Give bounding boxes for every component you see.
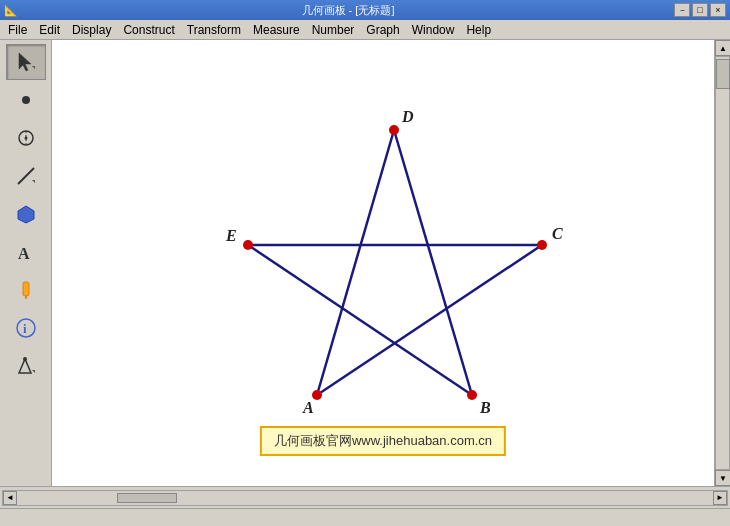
geometry-svg: ABCDE: [52, 40, 714, 486]
menu-item-construct[interactable]: Construct: [117, 21, 180, 39]
star-line-AC: [317, 245, 542, 395]
scroll-right-button[interactable]: ►: [713, 491, 727, 505]
text-tool[interactable]: A: [6, 234, 46, 270]
toolbar: A i: [0, 40, 52, 486]
menu-item-graph[interactable]: Graph: [360, 21, 405, 39]
menu-item-help[interactable]: Help: [460, 21, 497, 39]
svg-text:i: i: [23, 321, 27, 336]
watermark: 几何画板官网www.jihehuaban.com.cn: [260, 426, 506, 456]
polygon-icon: [15, 203, 37, 225]
right-scrollbar: ▲ ▼: [714, 40, 730, 486]
menu-item-number[interactable]: Number: [306, 21, 361, 39]
point-label-D: D: [401, 108, 414, 125]
line-tool[interactable]: [6, 158, 46, 194]
point-D[interactable]: [389, 125, 399, 135]
select-icon: [15, 51, 37, 73]
scroll-up-button[interactable]: ▲: [715, 40, 730, 56]
menu-item-display[interactable]: Display: [66, 21, 117, 39]
status-bar: [0, 508, 730, 526]
menu-item-edit[interactable]: Edit: [33, 21, 66, 39]
point-tool[interactable]: [6, 82, 46, 118]
point-label-A: A: [302, 399, 314, 416]
svg-marker-8: [32, 180, 35, 183]
menu-item-window[interactable]: Window: [406, 21, 461, 39]
menu-item-measure[interactable]: Measure: [247, 21, 306, 39]
scroll-down-button[interactable]: ▼: [715, 470, 730, 486]
main-layout: A i ABCDE 几何画板官网www.j: [0, 40, 730, 486]
h-scrollbar[interactable]: ◄ ►: [2, 490, 728, 506]
line-icon: [15, 165, 37, 187]
scroll-thumb[interactable]: [716, 59, 730, 89]
custom-icon: [15, 355, 37, 377]
point-B[interactable]: [467, 390, 477, 400]
point-C[interactable]: [537, 240, 547, 250]
title-bar-title: 几何画板 - [无标题]: [22, 3, 674, 18]
star-line-BD: [394, 130, 472, 395]
close-button[interactable]: ×: [710, 3, 726, 17]
point-E[interactable]: [243, 240, 253, 250]
svg-rect-11: [23, 282, 29, 296]
scroll-track[interactable]: [715, 56, 730, 470]
title-bar: 📐 几何画板 - [无标题] － □ ×: [0, 0, 730, 20]
svg-marker-2: [32, 66, 35, 69]
title-bar-controls: － □ ×: [674, 3, 726, 17]
minimize-button[interactable]: －: [674, 3, 690, 17]
polygon-tool[interactable]: [6, 196, 46, 232]
star-line-EB: [248, 245, 472, 395]
menu-bar: FileEditDisplayConstructTransformMeasure…: [0, 20, 730, 40]
canvas-area[interactable]: ABCDE 几何画板官网www.jihehuaban.com.cn: [52, 40, 714, 486]
svg-marker-15: [19, 359, 31, 373]
info-icon: i: [15, 317, 37, 339]
marker-icon: [15, 279, 37, 301]
compass-icon: [15, 127, 37, 149]
menu-item-transform[interactable]: Transform: [181, 21, 247, 39]
svg-point-3: [22, 96, 30, 104]
custom-tool[interactable]: [6, 348, 46, 384]
star-line-DA: [317, 130, 394, 395]
h-scroll-track[interactable]: [17, 492, 713, 504]
svg-marker-17: [32, 370, 35, 373]
select-tool[interactable]: [6, 44, 46, 80]
svg-marker-0: [19, 53, 31, 71]
scroll-left-button[interactable]: ◄: [3, 491, 17, 505]
text-icon: A: [15, 241, 37, 263]
info-tool[interactable]: i: [6, 310, 46, 346]
svg-point-16: [23, 357, 27, 361]
point-icon: [15, 89, 37, 111]
svg-marker-9: [18, 206, 34, 223]
svg-line-7: [18, 168, 34, 184]
h-scroll-thumb[interactable]: [117, 493, 177, 503]
bottom-bar: ◄ ►: [0, 486, 730, 508]
point-label-E: E: [225, 227, 237, 244]
marker-tool[interactable]: [6, 272, 46, 308]
point-label-C: C: [552, 225, 563, 242]
app-icon: 📐: [4, 4, 18, 17]
point-label-B: B: [479, 399, 491, 416]
maximize-button[interactable]: □: [692, 3, 708, 17]
svg-text:A: A: [18, 245, 30, 262]
compass-tool[interactable]: [6, 120, 46, 156]
menu-item-file[interactable]: File: [2, 21, 33, 39]
